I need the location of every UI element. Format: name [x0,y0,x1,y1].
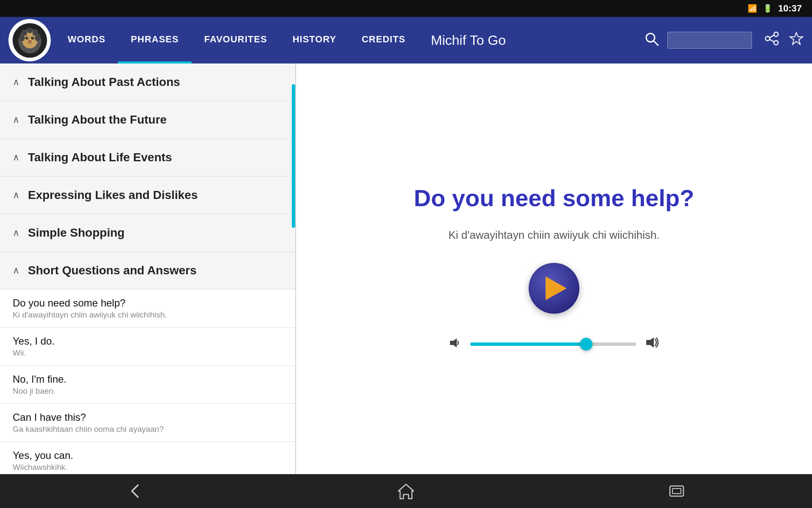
chevron-icon: ∧ [13,227,19,238]
tab-words[interactable]: WORDS [55,17,118,64]
status-bar: 📶 🔋 10:37 [0,0,812,17]
home-button[interactable] [380,478,432,505]
slider-thumb[interactable] [580,338,593,351]
tab-credits[interactable]: CREDITS [349,17,418,64]
phrase-english: Do you need some help? [13,297,283,309]
phrase-item-help[interactable]: Do you need some help? Ki d'awayihtayn c… [0,290,295,328]
search-input[interactable] [667,32,752,49]
battery-icon: 🔋 [763,4,772,13]
chevron-icon: ∧ [13,265,19,276]
phrase-item-yes[interactable]: Yes, I do. Wii. [0,328,295,366]
right-panel: Do you need some help? Ki d'awayihtayn c… [296,64,812,474]
svg-rect-24 [670,486,683,496]
slider-fill [470,342,586,346]
chevron-icon: ∧ [13,190,19,201]
svg-line-19 [770,39,774,42]
nav-bar: WORDS PHRASES FAVOURITES HISTORY CREDITS… [0,17,812,64]
main-content: ∧ Talking About Past Actions ∧ Talking A… [0,64,812,474]
lion-icon [12,22,48,58]
chevron-icon: ∧ [13,114,19,125]
phrase-item-no[interactable]: No, I'm fine. Noo ji baen. [0,366,295,404]
phrase-michif: Wiichawshkihk. [13,463,283,472]
phrase-michif: Ki d'awayihtayn chiin awiiyuk chi wiichi… [13,310,283,320]
play-button[interactable] [529,263,579,314]
phrase-michif: Noo ji baen. [13,387,283,396]
volume-high-icon [645,335,660,353]
section-title: Talking About Life Events [28,151,172,164]
scroll-indicator [292,84,295,228]
svg-rect-25 [672,489,681,494]
search-area [645,32,752,49]
back-button[interactable] [109,478,162,505]
section-life-events[interactable]: ∧ Talking About Life Events [0,139,295,177]
star-icon[interactable] [789,31,804,49]
svg-line-14 [653,41,658,45]
svg-point-12 [27,27,33,33]
nav-tabs: WORDS PHRASES FAVOURITES HISTORY CREDITS [55,17,418,64]
phrase-michif: Ga kaashkihtaan chiin ooma chi ayayaan? [13,425,283,434]
section-title: Talking About the Future [28,113,167,127]
svg-marker-23 [398,484,414,499]
share-icon[interactable] [765,31,779,49]
bottom-nav [0,474,812,508]
svg-marker-21 [450,338,457,348]
search-icon[interactable] [645,32,659,49]
tab-phrases[interactable]: PHRASES [118,17,191,64]
help-title: Do you need some help? [414,184,694,212]
phrase-item-yes-can[interactable]: Yes, you can. Wiichawshkihk. [0,442,295,474]
phrase-english: Can I have this? [13,411,283,423]
volume-control [448,335,660,353]
section-title: Simple Shopping [28,226,125,240]
svg-point-7 [28,40,32,42]
svg-point-16 [765,36,770,41]
phrase-english: No, I'm fine. [13,373,283,385]
section-title: Expressing Likes and Dislikes [28,188,198,202]
svg-point-6 [32,37,33,38]
phrase-english: Yes, I do. [13,335,283,347]
michif-translation-text: Ki d'awayihtayn chiin awiiyuk chi wiichi… [448,229,659,242]
phrase-item-can-i-have[interactable]: Can I have this? Ga kaashkihtaan chiin o… [0,404,295,442]
svg-point-5 [27,37,28,38]
section-shopping[interactable]: ∧ Simple Shopping [0,214,295,252]
svg-point-17 [774,41,778,45]
svg-marker-22 [646,337,654,348]
svg-line-18 [770,35,774,38]
chevron-icon: ∧ [13,152,19,163]
wifi-icon: 📶 [748,4,757,13]
section-likes-dislikes[interactable]: ∧ Expressing Likes and Dislikes [0,177,295,214]
section-short-questions[interactable]: ∧ Short Questions and Answers [0,252,295,290]
nav-actions [765,31,804,49]
phrase-michif: Wii. [13,348,283,358]
play-icon [546,276,567,300]
recents-button[interactable] [650,478,703,505]
tab-favourites[interactable]: FAVOURITES [192,17,280,64]
tab-history[interactable]: HISTORY [280,17,349,64]
section-title: Talking About Past Actions [28,75,180,89]
svg-point-15 [774,32,778,36]
app-title: Michif To Go [431,33,645,48]
time-display: 10:37 [778,3,802,14]
app-logo[interactable] [8,19,51,61]
svg-marker-20 [790,33,803,44]
volume-low-icon [448,336,462,353]
phrase-english: Yes, you can. [13,450,283,461]
section-past-actions[interactable]: ∧ Talking About Past Actions [0,64,295,101]
left-panel: ∧ Talking About Past Actions ∧ Talking A… [0,64,296,474]
section-future[interactable]: ∧ Talking About the Future [0,101,295,139]
chevron-icon: ∧ [13,77,19,88]
slider-track[interactable] [470,342,636,346]
section-title: Short Questions and Answers [28,264,197,277]
